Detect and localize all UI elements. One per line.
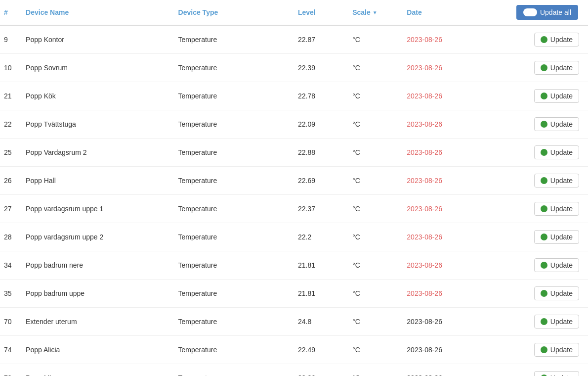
cell-scale: °C <box>348 167 403 195</box>
cell-type: Temperature <box>174 223 294 251</box>
green-dot-icon <box>541 64 547 71</box>
cell-action: Update <box>501 139 588 167</box>
cell-scale: °C <box>348 308 403 336</box>
cell-type: Temperature <box>174 82 294 110</box>
device-table: # Device Name Device Type Level Scale ▼ <box>0 0 588 376</box>
update-button[interactable]: Update <box>534 89 579 103</box>
update-button[interactable]: Update <box>534 230 579 244</box>
update-button[interactable]: Update <box>534 343 579 357</box>
col-header-action: Update all <box>501 0 588 25</box>
cell-type: Temperature <box>174 308 294 336</box>
cell-level: 22.87 <box>294 25 348 54</box>
cell-name: Popp Hall <box>22 167 174 195</box>
cell-type: Temperature <box>174 336 294 364</box>
cell-date: 2023-08-26 <box>403 308 501 336</box>
cell-level: 24.8 <box>294 308 348 336</box>
update-button[interactable]: Update <box>534 174 579 188</box>
green-dot-icon <box>541 93 547 99</box>
update-button[interactable]: Update <box>534 33 579 47</box>
cell-scale: °C <box>348 54 403 82</box>
cell-action: Update <box>501 364 588 376</box>
update-label: Update <box>550 92 573 100</box>
update-button[interactable]: Update <box>534 286 579 300</box>
update-button[interactable]: Update <box>534 202 579 216</box>
col-header-level: Level <box>294 0 348 25</box>
cell-scale: °C <box>348 25 403 54</box>
cell-name: Popp Kontor <box>22 25 174 54</box>
cell-scale: °C <box>348 336 403 364</box>
cell-type: Temperature <box>174 110 294 139</box>
cell-name: Extender uterum <box>22 308 174 336</box>
table-body: 9 Popp Kontor Temperature 22.87 °C 2023-… <box>0 25 588 376</box>
cell-name: Popp vardagsrum uppe 2 <box>22 223 174 251</box>
cell-level: 21.81 <box>294 251 348 280</box>
cell-id: 74 <box>0 336 22 364</box>
cell-level: 22.39 <box>294 54 348 82</box>
update-label: Update <box>550 120 573 128</box>
cell-id: 10 <box>0 54 22 82</box>
cell-scale: °C <box>348 280 403 308</box>
update-label: Update <box>550 36 573 44</box>
cell-id: 27 <box>0 195 22 223</box>
cell-scale: °C <box>348 110 403 139</box>
cell-action: Update <box>501 308 588 336</box>
cell-id: 21 <box>0 82 22 110</box>
cell-scale: °C <box>348 364 403 376</box>
cell-type: Temperature <box>174 195 294 223</box>
cell-level: 22.88 <box>294 139 348 167</box>
cell-level: 22.78 <box>294 82 348 110</box>
cell-name: Popp Sovrum <box>22 54 174 82</box>
cell-name: Popp Alicia <box>22 336 174 364</box>
update-all-button[interactable]: Update all <box>516 5 578 20</box>
cell-action: Update <box>501 54 588 82</box>
col-header-type: Device Type <box>174 0 294 25</box>
table-row: 10 Popp Sovrum Temperature 22.39 °C 2023… <box>0 54 588 82</box>
green-dot-icon <box>541 346 547 353</box>
col-header-date: Date <box>403 0 501 25</box>
cell-action: Update <box>501 280 588 308</box>
table-row: 21 Popp Kök Temperature 22.78 °C 2023-08… <box>0 82 588 110</box>
update-button[interactable]: Update <box>534 371 579 376</box>
cell-date: 2023-08-26 <box>403 25 501 54</box>
green-dot-icon <box>541 36 547 43</box>
cell-type: Temperature <box>174 25 294 54</box>
cell-type: Temperature <box>174 54 294 82</box>
update-button[interactable]: Update <box>534 315 579 329</box>
update-label: Update <box>550 177 573 185</box>
update-label: Update <box>550 233 573 241</box>
update-button[interactable]: Update <box>534 145 579 159</box>
cell-name: Popp Kök <box>22 82 174 110</box>
cell-level: 22.09 <box>294 110 348 139</box>
table-row: 27 Popp vardagsrum uppe 1 Temperature 22… <box>0 195 588 223</box>
cell-action: Update <box>501 336 588 364</box>
cell-date: 2023-08-26 <box>403 336 501 364</box>
cell-level: 22.26 <box>294 364 348 376</box>
cell-action: Update <box>501 110 588 139</box>
cell-scale: °C <box>348 251 403 280</box>
update-button[interactable]: Update <box>534 61 579 75</box>
cell-date: 2023-08-26 <box>403 82 501 110</box>
cell-scale: °C <box>348 223 403 251</box>
update-label: Update <box>550 289 573 297</box>
type-label: Device Type <box>178 8 218 16</box>
cell-name: Popp badrum nere <box>22 251 174 280</box>
cell-date: 2023-08-26 <box>403 54 501 82</box>
cell-type: Temperature <box>174 139 294 167</box>
update-button[interactable]: Update <box>534 258 579 272</box>
green-dot-icon <box>541 177 547 184</box>
sort-arrow-icon: ▼ <box>373 10 378 15</box>
scale-label: Scale <box>352 8 371 16</box>
cell-name: Popp badrum uppe <box>22 280 174 308</box>
update-button[interactable]: Update <box>534 117 579 131</box>
cell-action: Update <box>501 251 588 280</box>
green-dot-icon <box>541 234 547 240</box>
cell-id: 22 <box>0 110 22 139</box>
green-dot-icon <box>541 205 547 212</box>
cell-scale: °C <box>348 82 403 110</box>
cell-date: 2023-08-26 <box>403 167 501 195</box>
cell-id: 35 <box>0 280 22 308</box>
cell-type: Temperature <box>174 364 294 376</box>
cell-id: 25 <box>0 139 22 167</box>
update-label: Update <box>550 318 573 326</box>
col-header-scale[interactable]: Scale ▼ <box>348 0 403 25</box>
